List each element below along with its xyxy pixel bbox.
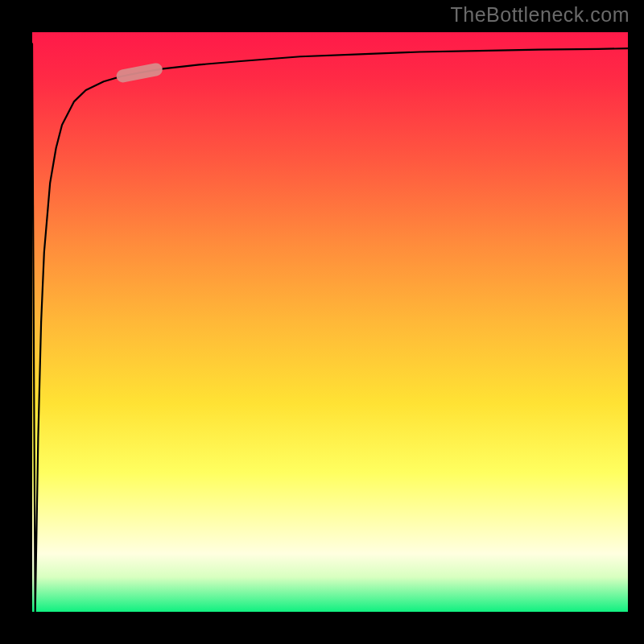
curve-svg [32,32,628,612]
plot-area [32,32,628,612]
chart-canvas: TheBottleneck.com [0,0,644,644]
bottleneck-curve [32,43,628,612]
watermark-text: TheBottleneck.com [451,3,630,27]
curve-marker [115,62,163,84]
